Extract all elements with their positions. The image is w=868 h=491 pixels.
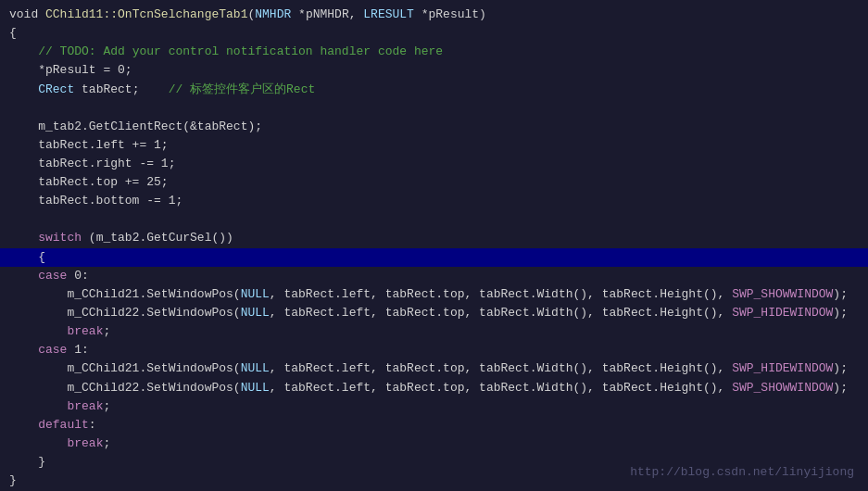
code-line: m_CChild22.SetWindowPos(NULL, tabRect.le… [0,304,868,322]
code-text: NULL [241,379,270,397]
code-text: break [67,322,103,341]
code-text [9,81,38,99]
code-line: m_CChild22.SetWindowPos(NULL, tabRect.le… [0,379,868,397]
code-text [9,434,67,453]
code-text [9,229,38,247]
code-text: CRect [38,81,74,99]
code-line: m_CChild21.SetWindowPos(NULL, tabRect.le… [0,285,868,304]
code-text [9,322,67,341]
code-text: case [38,341,67,359]
code-editor: void CChild11::OnTcnSelchangeTab1(NMHDR … [0,0,868,491]
code-text: ); [833,379,848,397]
code-text: *pNMHDR, [291,6,363,24]
code-line: tabRect.left += 1; [0,136,868,155]
code-line: tabRect.bottom -= 1; [0,192,868,210]
code-text: void [9,6,45,24]
code-line [0,210,868,229]
code-line: tabRect.right -= 1; [0,155,868,173]
code-text [9,267,38,285]
code-line: switch (m_tab2.GetCurSel()) [0,229,868,247]
code-text: default [38,416,89,434]
code-text: ( [247,6,255,24]
code-text: m_CChild22.SetWindowPos( [9,379,241,397]
code-line: m_tab2.GetClientRect(&tabRect); [0,118,868,136]
code-text: , tabRect.left, tabRect.top, tabRect.Wid… [270,379,732,397]
code-line: tabRect.top += 25; [0,173,868,192]
code-text: SWP_SHOWWINDOW [732,285,833,304]
code-text: LRESULT [363,6,414,24]
code-text: ); [833,285,848,304]
code-text: // 标签控件客户区的Rect [169,81,316,99]
code-line: { [0,24,868,43]
watermark: http://blog.csdn.net/linyijiong [630,463,854,482]
code-text: ; [103,322,110,341]
code-line: m_CChild21.SetWindowPos(NULL, tabRect.le… [0,359,868,378]
code-text: , tabRect.left, tabRect.top, tabRect.Wid… [270,285,732,304]
code-text: NULL [241,359,270,378]
code-text: NULL [241,285,270,304]
code-text: NMHDR [255,6,291,24]
code-text: m_tab2.GetClientRect(&tabRect); [9,118,262,136]
code-text: m_CChild21.SetWindowPos( [9,359,241,378]
code-text: tabRect; [74,81,168,99]
code-text: , tabRect.left, tabRect.top, tabRect.Wid… [270,359,732,378]
code-text: SWP_HIDEWINDOW [732,359,833,378]
code-text: ; [103,397,110,416]
code-text: } [9,453,45,472]
code-text: 1: [67,341,88,359]
code-line: default: [0,416,868,434]
code-text: case [38,267,67,285]
code-line: void CChild11::OnTcnSelchangeTab1(NMHDR … [0,6,868,24]
code-line: { [0,248,868,267]
code-line: // TODO: Add your control notification h… [0,43,868,61]
code-text: m_CChild21.SetWindowPos( [9,285,241,304]
code-line: break; [0,434,868,453]
code-text: *pResult) [414,6,486,24]
code-line: break; [0,322,868,341]
code-line: CRect tabRect; // 标签控件客户区的Rect [0,81,868,99]
code-text: *pResult = 0; [9,61,132,80]
code-text: : [89,416,96,434]
code-line: case 1: [0,341,868,359]
code-text: 0: [67,267,88,285]
code-text: tabRect.right -= 1; [9,155,175,173]
code-text: NULL [241,304,270,322]
code-text: SWP_HIDEWINDOW [732,304,833,322]
code-text: m_CChild22.SetWindowPos( [9,304,241,322]
code-text: ); [833,304,848,322]
code-line: break; [0,397,868,416]
code-text [9,341,38,359]
code-text: tabRect.top += 25; [9,173,169,192]
code-text: break [67,397,103,416]
code-text: tabRect.left += 1; [9,136,169,155]
code-text: { [9,24,17,43]
code-text: SWP_SHOWWINDOW [732,379,833,397]
code-line: case 0: [0,267,868,285]
code-text: ); [833,359,848,378]
code-text: CChild11::OnTcnSelchangeTab1 [45,6,247,24]
code-line [0,99,868,118]
code-text [9,43,38,61]
code-text [9,397,67,416]
code-text: , tabRect.left, tabRect.top, tabRect.Wid… [270,304,732,322]
code-text: switch [38,229,82,247]
code-text: ; [103,434,110,453]
code-text: { [9,248,45,267]
code-text: break [67,434,103,453]
code-text: // TODO: Add your control notification h… [38,43,443,61]
code-text: tabRect.bottom -= 1; [9,192,182,210]
code-text: } [9,472,17,490]
code-text [9,416,38,434]
code-line: *pResult = 0; [0,61,868,80]
code-text: (m_tab2.GetCurSel()) [82,229,233,247]
